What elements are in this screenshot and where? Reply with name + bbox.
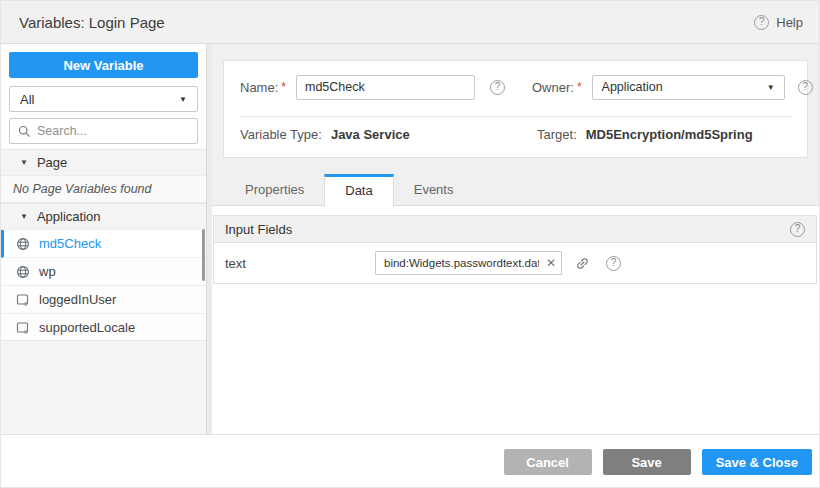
owner-label: Owner:: [532, 80, 574, 95]
caret-down-icon: ▼: [20, 212, 28, 221]
tab-events[interactable]: Events: [394, 174, 474, 206]
owner-group: Owner: * Application ▼ ?: [532, 75, 813, 100]
variable-type-label: Variable Type:: [240, 127, 322, 142]
variable-item-supportedlocale[interactable]: x supportedLocale: [1, 314, 206, 342]
variable-list: ▼ Page No Page Variables found ▼ Applica…: [1, 149, 206, 342]
required-marker: *: [281, 80, 286, 94]
search-input[interactable]: [37, 124, 177, 138]
type-target-row: Variable Type: Java Service Target: MD5E…: [240, 127, 795, 149]
page-empty-message: No Page Variables found: [1, 176, 206, 203]
target-pair: Target: MD5Encryption/md5Spring: [537, 127, 753, 142]
name-help-icon[interactable]: ?: [490, 80, 505, 95]
target-value: MD5Encryption/md5Spring: [586, 127, 753, 142]
variable-search[interactable]: [9, 118, 198, 144]
variable-summary-area: Name: * ? Owner: * Application ▼ ?: [212, 44, 820, 174]
variable-filter-select[interactable]: All ▼: [9, 86, 198, 112]
input-fields-section: Input Fields ? text ✕ ?: [213, 215, 817, 284]
caret-down-icon: ▼: [20, 158, 28, 167]
save-button[interactable]: Save: [603, 449, 691, 475]
input-fields-header: Input Fields ?: [213, 215, 817, 243]
bind-value-box: ✕: [375, 251, 562, 275]
section-page[interactable]: ▼ Page: [1, 149, 206, 176]
variable-type-pair: Variable Type: Java Service: [240, 127, 410, 142]
name-label: Name:: [240, 80, 278, 95]
variable-item-md5check[interactable]: md5Check: [1, 230, 206, 258]
cancel-button[interactable]: Cancel: [504, 449, 592, 475]
dialog-footer: Cancel Save Save & Close: [1, 434, 820, 488]
static-variable-icon: x: [16, 321, 30, 335]
tab-data[interactable]: Data: [324, 174, 393, 207]
owner-select[interactable]: Application ▼: [592, 75, 785, 100]
sidebar-scrollbar[interactable]: [202, 229, 205, 281]
service-variable-icon: [16, 237, 30, 251]
new-variable-button[interactable]: New Variable: [9, 52, 198, 78]
form-divider: [240, 116, 791, 117]
input-field-row: text ✕ ?: [213, 243, 817, 284]
help-button[interactable]: ? Help: [754, 15, 803, 30]
bind-value-input[interactable]: [376, 257, 541, 269]
filter-selected-value: All: [20, 92, 34, 107]
save-and-close-button[interactable]: Save & Close: [702, 449, 812, 475]
variable-summary-box: Name: * ? Owner: * Application ▼ ?: [223, 60, 808, 158]
search-icon: [18, 125, 31, 138]
help-icon: ?: [754, 15, 769, 30]
variable-item-loggedinuser[interactable]: x loggedInUser: [1, 286, 206, 314]
sidebar-filler: [1, 340, 206, 434]
tab-bar: Properties Data Events: [212, 174, 820, 206]
variable-item-wp[interactable]: wp: [1, 258, 206, 286]
field-name-label: text: [225, 256, 375, 271]
target-label: Target:: [537, 127, 577, 142]
clear-bind-icon[interactable]: ✕: [541, 252, 561, 274]
help-label: Help: [776, 15, 803, 30]
input-fields-help-icon[interactable]: ?: [790, 222, 805, 237]
name-owner-row: Name: * ? Owner: * Application ▼ ?: [240, 74, 795, 100]
dialog-header: Variables: Login Page ? Help: [1, 1, 820, 44]
page-title: Variables: Login Page: [19, 14, 165, 31]
variable-name-input[interactable]: [296, 75, 475, 100]
variables-sidebar: New Variable All ▼ ▼ Page No Page Variab…: [1, 44, 206, 434]
service-variable-icon: [16, 265, 30, 279]
section-application[interactable]: ▼ Application: [1, 203, 206, 230]
chevron-down-icon: ▼: [767, 83, 775, 92]
chevron-down-icon: ▼: [179, 95, 187, 104]
required-marker: *: [577, 80, 582, 94]
static-variable-icon: x: [16, 293, 30, 307]
variable-type-value: Java Service: [331, 127, 410, 142]
tab-properties[interactable]: Properties: [225, 174, 324, 206]
main-panel: Name: * ? Owner: * Application ▼ ?: [212, 44, 820, 434]
owner-help-icon[interactable]: ?: [798, 80, 813, 95]
data-tab-content: Input Fields ? text ✕ ?: [212, 207, 820, 434]
variables-dialog: Variables: Login Page ? Help New Variabl…: [0, 0, 820, 488]
input-fields-title: Input Fields: [225, 222, 292, 237]
bind-link-icon[interactable]: [575, 256, 590, 271]
owner-selected-value: Application: [602, 80, 663, 94]
field-help-icon[interactable]: ?: [606, 256, 621, 271]
